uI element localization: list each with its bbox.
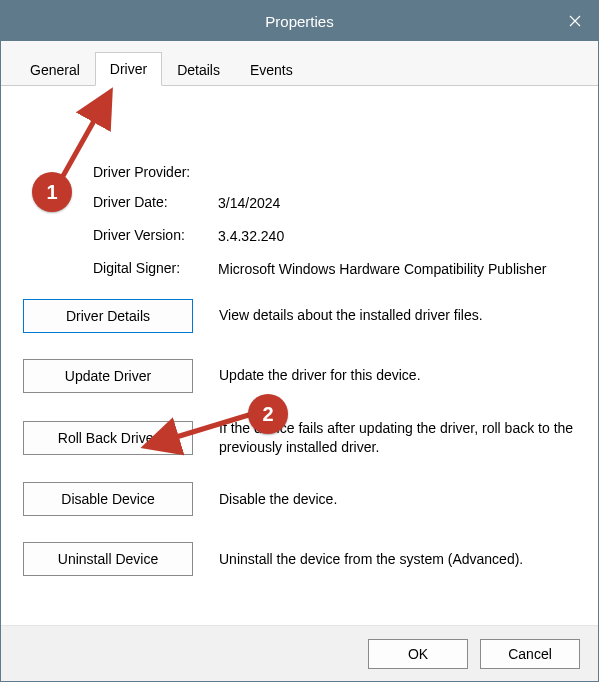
dialog-footer: OK Cancel bbox=[1, 625, 598, 681]
info-row-signer: Digital Signer: Microsoft Windows Hardwa… bbox=[93, 260, 576, 279]
driver-details-desc: View details about the installed driver … bbox=[219, 306, 576, 325]
tab-general[interactable]: General bbox=[15, 53, 95, 86]
driver-pane: Driver Provider: Driver Date: 3/14/2024 … bbox=[1, 86, 598, 625]
driver-actions: Driver Details View details about the in… bbox=[23, 299, 576, 577]
properties-window: Properties General Driver Details Events… bbox=[0, 0, 599, 682]
driver-details-button[interactable]: Driver Details bbox=[23, 299, 193, 333]
update-driver-button[interactable]: Update Driver bbox=[23, 359, 193, 393]
close-icon bbox=[569, 15, 581, 27]
tab-events[interactable]: Events bbox=[235, 53, 308, 86]
uninstall-device-button[interactable]: Uninstall Device bbox=[23, 542, 193, 576]
ok-button[interactable]: OK bbox=[368, 639, 468, 669]
date-label: Driver Date: bbox=[93, 194, 218, 210]
version-label: Driver Version: bbox=[93, 227, 218, 243]
disable-device-desc: Disable the device. bbox=[219, 490, 576, 509]
window-title: Properties bbox=[265, 13, 333, 30]
signer-value: Microsoft Windows Hardware Compatibility… bbox=[218, 260, 576, 279]
signer-label: Digital Signer: bbox=[93, 260, 218, 276]
tab-row: General Driver Details Events bbox=[1, 41, 598, 86]
tab-details[interactable]: Details bbox=[162, 53, 235, 86]
row-roll-back-driver: Roll Back Driver If the device fails aft… bbox=[23, 419, 576, 457]
row-update-driver: Update Driver Update the driver for this… bbox=[23, 359, 576, 393]
disable-device-button[interactable]: Disable Device bbox=[23, 482, 193, 516]
titlebar: Properties bbox=[1, 1, 598, 41]
info-row-provider: Driver Provider: bbox=[93, 164, 576, 180]
close-button[interactable] bbox=[552, 1, 598, 41]
info-row-date: Driver Date: 3/14/2024 bbox=[93, 194, 576, 213]
uninstall-device-desc: Uninstall the device from the system (Ad… bbox=[219, 550, 576, 569]
date-value: 3/14/2024 bbox=[218, 194, 576, 213]
cancel-button[interactable]: Cancel bbox=[480, 639, 580, 669]
version-value: 3.4.32.240 bbox=[218, 227, 576, 246]
row-disable-device: Disable Device Disable the device. bbox=[23, 482, 576, 516]
roll-back-driver-desc: If the device fails after updating the d… bbox=[219, 419, 576, 457]
row-uninstall-device: Uninstall Device Uninstall the device fr… bbox=[23, 542, 576, 576]
update-driver-desc: Update the driver for this device. bbox=[219, 366, 576, 385]
roll-back-driver-button[interactable]: Roll Back Driver bbox=[23, 421, 193, 455]
info-row-version: Driver Version: 3.4.32.240 bbox=[93, 227, 576, 246]
row-driver-details: Driver Details View details about the in… bbox=[23, 299, 576, 333]
provider-label: Driver Provider: bbox=[93, 164, 218, 180]
tab-driver[interactable]: Driver bbox=[95, 52, 162, 86]
driver-info: Driver Provider: Driver Date: 3/14/2024 … bbox=[93, 164, 576, 279]
